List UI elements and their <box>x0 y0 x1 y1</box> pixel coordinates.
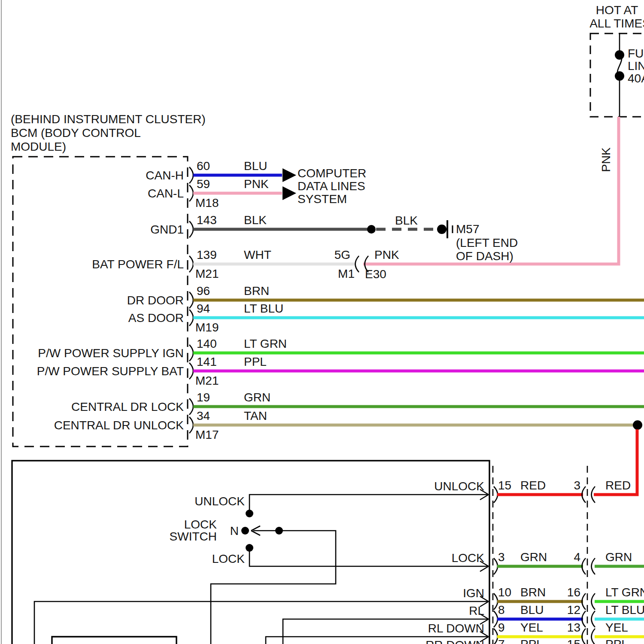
grid-ref: 5G <box>334 248 350 261</box>
wire-color-label: GRN <box>244 391 270 404</box>
connector-id: M18 <box>195 196 219 210</box>
bcm-pin-row-can-h: CAN-H 60 BLU <box>146 159 296 183</box>
data-line-arrow <box>283 168 296 182</box>
pin-number: 7 <box>498 638 505 644</box>
wire-color-label: BLK <box>395 214 418 227</box>
wire-color-label: GRN <box>520 550 547 564</box>
wire-color-label: BRN <box>244 284 269 298</box>
bcm-section: (BEHIND INSTRUMENT CLUSTER) BCM (BODY CO… <box>11 112 644 495</box>
row-label: LOCK <box>452 551 485 565</box>
row-label: IGN <box>463 586 484 600</box>
switch-assembly-box <box>12 461 489 644</box>
pin-number: 96 <box>197 284 210 298</box>
connector-id: E30 <box>365 267 386 281</box>
wiring-diagram-page: HOT AT ALL TIMES FUS LIN 40A PNK (BEHIND… <box>0 0 644 644</box>
junction-dot <box>633 420 642 430</box>
pin-number: 3 <box>498 550 505 564</box>
switch-pos-unlock-label: UNLOCK <box>194 495 245 508</box>
pin-number: 60 <box>197 159 210 173</box>
bcm-pin-row-pw-bat: P/W POWER SUPPLY BAT 141 PPL M21 <box>37 355 644 387</box>
pin-number: 8 <box>498 603 505 617</box>
wire-color-label: YEL <box>520 621 543 634</box>
bcm-pin-name: CENTRAL DR UNLOCK <box>54 419 184 432</box>
bcm-pin-name: BAT POWER F/L <box>92 258 184 271</box>
wire-color-label: RED <box>520 479 546 492</box>
data-line-arrow <box>283 186 296 200</box>
connector-id: M17 <box>195 428 219 441</box>
bcm-pin-row-can-l: CAN-L 59 PNK M18 <box>148 177 296 210</box>
pin-number: 143 <box>197 213 217 227</box>
can-target-line: SYSTEM <box>298 192 347 206</box>
harness-row-unlock: UNLOCK 15 RED 3 RED <box>434 479 631 503</box>
wire-color-label-pnk-vertical: PNK <box>599 147 613 172</box>
bcm-title: MODULE) <box>11 140 66 153</box>
bcm-pin-row-central-lock: CENTRAL DR LOCK 19 GRN <box>71 391 644 415</box>
pin-number: 59 <box>197 177 210 191</box>
bcm-pin-name: GND1 <box>150 223 184 236</box>
hot-at-all-times-label: HOT AT <box>596 3 638 17</box>
pin-number: 94 <box>197 302 210 315</box>
wire-color-label: BLK <box>244 213 267 227</box>
fusible-link-symbol <box>615 33 624 117</box>
row-label: UNLOCK <box>434 480 484 493</box>
row-label: RL <box>469 604 484 617</box>
wire-color-label: PNK <box>244 177 269 191</box>
wire-color-label: PPL <box>520 638 543 644</box>
bcm-pin-row-pw-ign: P/W POWER SUPPLY IGN 140 LT GRN <box>38 337 644 361</box>
pin-number: 34 <box>197 409 210 422</box>
ground-symbol-m57 <box>437 220 453 238</box>
connector-id: M1 <box>338 267 355 280</box>
wire-color-label: WHT <box>244 248 271 261</box>
internal-wire-ign <box>34 601 488 644</box>
pin-number: 15 <box>567 638 580 644</box>
bcm-pin-name: AS DOOR <box>128 311 184 325</box>
hot-at-all-times-label: ALL TIMES <box>589 17 644 30</box>
wire-color-label: LT BLU <box>244 302 283 315</box>
ground-id: M57 <box>456 222 479 236</box>
connector-id: M19 <box>195 321 219 334</box>
lock-switch-label: LOCK <box>184 518 217 531</box>
wire-color-label: PPL <box>605 638 628 644</box>
wire-color-label: LT BLU <box>605 603 644 617</box>
row-label: RR DOWN <box>425 638 484 644</box>
bcm-pin-name: CAN-L <box>148 187 184 200</box>
harness-row-rr-down: RR DOWN 7 PPL 15 PPL <box>425 638 628 644</box>
actuator-box-partial <box>52 637 176 644</box>
bcm-pin-name: P/W POWER SUPPLY IGN <box>38 346 184 360</box>
wire-color-label: BRN <box>520 586 546 599</box>
bcm-pin-name: CENTRAL DR LOCK <box>71 400 184 413</box>
bcm-pin-name: P/W POWER SUPPLY BAT <box>37 365 184 378</box>
switch-pos-lock-label: LOCK <box>212 552 245 565</box>
wire-color-label: PPL <box>244 355 267 368</box>
wire-color-label: PNK <box>374 248 399 261</box>
pin-number: 10 <box>498 586 511 599</box>
pin-number: 4 <box>574 550 580 564</box>
ground-location: OF DASH) <box>456 249 513 263</box>
wire-color-label: BLU <box>520 603 544 617</box>
diagram-canvas: HOT AT ALL TIMES FUS LIN 40A PNK (BEHIND… <box>0 0 644 644</box>
switch-contact-n <box>241 527 249 535</box>
pin-number: 3 <box>574 479 580 492</box>
switch-wire-unlock <box>249 495 488 513</box>
splice-dot <box>367 225 376 234</box>
door-lock-switch-section: UNLOCK LOCK SWITCH N LOCK <box>12 461 644 644</box>
switch-wire-wiper <box>211 531 336 644</box>
can-target-line: DATA LINES <box>298 179 365 193</box>
connector-id: M21 <box>195 267 219 280</box>
pin-number: 19 <box>197 391 210 404</box>
fuse-label: FUS <box>628 47 644 60</box>
pin-number: 139 <box>197 248 217 261</box>
lock-switch: UNLOCK LOCK SWITCH N LOCK <box>170 489 489 644</box>
bcm-pin-name: DR DOOR <box>127 294 184 307</box>
wire-color-label: GRN <box>605 550 632 564</box>
fuse-label: LIN <box>628 59 644 73</box>
pin-number: 15 <box>498 479 511 492</box>
switch-pos-n-label: N <box>230 524 239 538</box>
pin-number: 16 <box>567 586 580 599</box>
bcm-pin-row-central-unlock: CENTRAL DR UNLOCK 34 TAN M17 <box>54 409 642 441</box>
pin-number: 13 <box>567 621 580 634</box>
row-label: RL DOWN <box>428 622 484 635</box>
wire-color-label: LT GRN <box>605 586 644 599</box>
bcm-pin-name: CAN-H <box>146 169 184 182</box>
wire-color-label: TAN <box>244 409 267 422</box>
